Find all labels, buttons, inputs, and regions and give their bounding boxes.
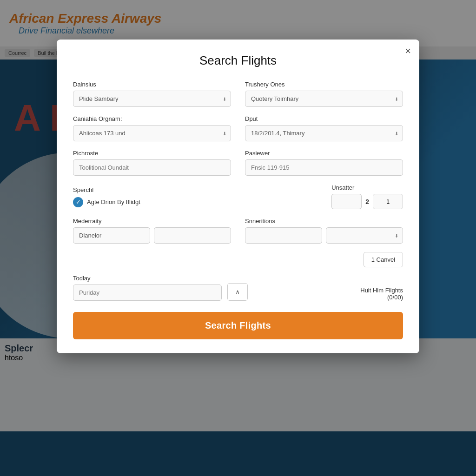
today-label: Todlay bbox=[73, 275, 222, 282]
snneritions-label: Snneritions bbox=[245, 218, 403, 225]
field3-group: Caniahia Orgnam: Ahiicoas 173 und bbox=[73, 115, 231, 141]
field4-label: Dput bbox=[245, 115, 403, 122]
mederraity-input2[interactable] bbox=[154, 227, 231, 244]
him-flights-label: Huit Him Flights bbox=[360, 287, 403, 294]
field1-select[interactable]: Plide Sambary bbox=[73, 91, 231, 107]
unsatter-section: Unsatter 2 bbox=[331, 184, 403, 209]
field1-label: Dainsius bbox=[73, 81, 231, 88]
field2-label: Trushery Ones bbox=[245, 81, 403, 88]
field2-group: Trushery Ones Quotery Toimhary bbox=[245, 81, 403, 107]
unsatter-middle-num: 2 bbox=[365, 198, 369, 205]
field5-group: Pichroste bbox=[73, 150, 231, 176]
snneritions-inputs bbox=[245, 227, 403, 244]
mederraity-label: Mederraity bbox=[73, 218, 231, 225]
search-flights-button[interactable]: Search Flights bbox=[73, 312, 403, 339]
collapse-button[interactable]: ∧ bbox=[227, 283, 248, 301]
field6-input[interactable] bbox=[245, 159, 403, 176]
field4-group: Dput 18/2/201.4, Thimary bbox=[245, 115, 403, 141]
field3-select[interactable]: Ahiicoas 173 und bbox=[73, 125, 231, 141]
cancel-button[interactable]: 1 Canvel bbox=[364, 252, 403, 267]
snneritions-group: Snneritions bbox=[245, 218, 403, 244]
unsatter-inputs: 2 bbox=[331, 194, 403, 209]
form-row-2: Caniahia Orgnam: Ahiicoas 173 und Dput 1… bbox=[73, 115, 403, 141]
field5-label: Pichroste bbox=[73, 150, 231, 157]
field3-select-wrapper: Ahiicoas 173 und bbox=[73, 125, 231, 141]
unsatter-label: Unsatter bbox=[331, 184, 403, 191]
mederraity-inputs bbox=[73, 227, 231, 244]
cancel-row: 1 Canvel bbox=[73, 252, 403, 267]
snneritions-select-wrapper bbox=[326, 227, 403, 244]
today-group: Todlay bbox=[73, 275, 222, 301]
unsatter-input1[interactable] bbox=[331, 194, 362, 209]
sperchl-unsatter-row: Sperchl ✓ Agte Drion By Iflidgt Unsatter… bbox=[73, 184, 403, 209]
unsatter-input2[interactable] bbox=[373, 194, 403, 209]
snneritions-select[interactable] bbox=[326, 227, 403, 244]
mederraity-input1[interactable] bbox=[73, 227, 150, 244]
form-row-3: Pichroste Pasiewer bbox=[73, 150, 403, 176]
field3-label: Caniahia Orgnam: bbox=[73, 115, 231, 122]
field2-select[interactable]: Quotery Toimhary bbox=[245, 91, 403, 107]
mederraity-group: Mederraity bbox=[73, 218, 231, 244]
him-flights-count: (0/00) bbox=[360, 294, 403, 301]
field1-select-wrapper: Plide Sambary bbox=[73, 91, 231, 107]
mederraity-snneritions-row: Mederraity Snneritions bbox=[73, 218, 403, 244]
form-row-1: Dainsius Plide Sambary Trushery Ones Quo… bbox=[73, 81, 403, 107]
today-row: Todlay ∧ Huit Him Flights (0/00) bbox=[73, 275, 403, 301]
field1-group: Dainsius Plide Sambary bbox=[73, 81, 231, 107]
field6-group: Pasiewer bbox=[245, 150, 403, 176]
snneritions-input1[interactable] bbox=[245, 227, 322, 244]
field4-select-wrapper: 18/2/201.4, Thimary bbox=[245, 125, 403, 141]
field2-select-wrapper: Quotery Toimhary bbox=[245, 91, 403, 107]
checkmark-icon: ✓ bbox=[73, 197, 83, 207]
close-button[interactable]: × bbox=[405, 46, 411, 56]
field5-input[interactable] bbox=[73, 159, 231, 176]
field4-select[interactable]: 18/2/201.4, Thimary bbox=[245, 125, 403, 141]
sperchl-checkbox-item[interactable]: ✓ Agte Drion By Iflidgt bbox=[73, 197, 140, 207]
today-input[interactable] bbox=[73, 284, 222, 301]
sperchl-checkbox-label: Agte Drion By Iflidgt bbox=[87, 198, 140, 205]
field6-label: Pasiewer bbox=[245, 150, 403, 157]
him-flights-info: Huit Him Flights (0/00) bbox=[360, 287, 403, 301]
search-flights-modal: × Search Flights Dainsius Plide Sambary … bbox=[57, 40, 419, 353]
modal-title: Search Flights bbox=[73, 53, 403, 68]
sperchl-label: Sperchl bbox=[73, 186, 140, 193]
sperchl-section: Sperchl ✓ Agte Drion By Iflidgt bbox=[73, 186, 140, 207]
